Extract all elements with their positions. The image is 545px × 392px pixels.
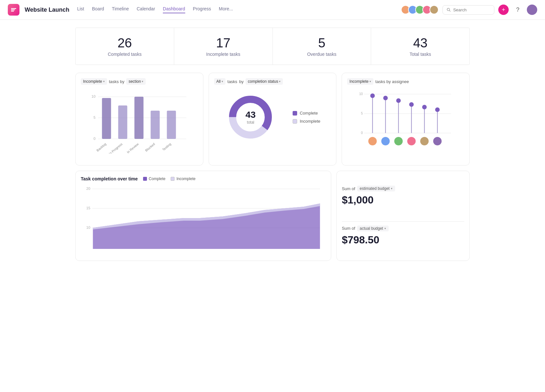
- section-filter-section[interactable]: section ▾: [126, 78, 146, 85]
- stat-completed-label: Completed tasks: [82, 52, 167, 57]
- section-filter-status[interactable]: Incomplete ▾: [81, 78, 107, 85]
- bar-chart-section-svg: 10 5 0: [81, 89, 198, 153]
- budget-estimated-label: Sum of estimated budget ▾: [342, 186, 464, 191]
- svg-rect-13: [134, 97, 143, 139]
- completion-filter-all[interactable]: All ▾: [214, 78, 225, 85]
- chart-by-completion: All ▾ tasks by completion status ▾: [209, 73, 337, 165]
- assignee-filter-status[interactable]: Incomplete ▾: [347, 78, 373, 85]
- chart-by-assignee: Incomplete ▾ tasks by assignee 10 5 0: [342, 73, 470, 165]
- svg-point-32: [383, 96, 388, 100]
- lollipop-svg: 10 5 0: [347, 89, 464, 163]
- stat-incomplete: 17 Incomplete tasks: [174, 28, 273, 65]
- svg-text:0: 0: [361, 131, 363, 135]
- svg-text:10: 10: [86, 226, 90, 229]
- svg-point-34: [396, 98, 401, 103]
- stat-completed-number: 26: [82, 36, 167, 50]
- area-legend-incomplete-dot: [171, 177, 175, 181]
- svg-rect-0: [11, 8, 16, 9]
- svg-rect-14: [151, 111, 160, 139]
- chevron-down-icon: ▾: [103, 80, 105, 83]
- svg-point-46: [433, 137, 442, 145]
- chevron-down-icon-3: ▾: [222, 80, 223, 83]
- chart-tasks-by-section: Incomplete ▾ tasks by section ▾ 10 5 0: [75, 73, 203, 165]
- actual-budget-field[interactable]: actual budget ▾: [357, 226, 389, 231]
- area-legend: Complete Incomplete: [143, 177, 196, 181]
- help-button[interactable]: ?: [513, 5, 523, 15]
- svg-text:15: 15: [86, 206, 90, 210]
- nav-list[interactable]: List: [77, 6, 84, 13]
- nav-timeline[interactable]: Timeline: [112, 6, 129, 13]
- legend-incomplete-dot: [293, 119, 297, 124]
- stat-total: 43 Total tasks: [371, 28, 469, 65]
- svg-point-30: [370, 93, 375, 98]
- stat-overdue-label: Overdue tasks: [279, 52, 365, 57]
- nav-progress[interactable]: Progress: [193, 6, 211, 13]
- svg-point-45: [420, 137, 429, 145]
- nav-dashboard[interactable]: Dashboard: [163, 6, 185, 13]
- svg-rect-15: [167, 111, 176, 139]
- chart-tasks-section-header: Incomplete ▾ tasks by section ▾: [81, 78, 198, 85]
- stat-overdue: 5 Overdue tasks: [273, 28, 371, 65]
- donut-total-label: total: [246, 120, 256, 125]
- svg-point-44: [407, 137, 416, 145]
- donut-legend: Complete Incomplete: [293, 111, 321, 124]
- search-icon: [447, 7, 451, 12]
- area-chart-header: Task completion over time Complete Incom…: [81, 176, 326, 181]
- nav-more[interactable]: More...: [219, 6, 233, 13]
- svg-text:10: 10: [359, 92, 363, 96]
- chevron-down-icon-2: ▾: [142, 80, 143, 83]
- svg-point-42: [382, 137, 390, 145]
- svg-text:Backlog: Backlog: [96, 142, 107, 152]
- chevron-down-icon-5: ▾: [369, 80, 371, 83]
- lollipop-chart: 10 5 0: [347, 89, 464, 160]
- chart-completion-over-time: Task completion over time Complete Incom…: [75, 171, 331, 261]
- app-icon: [8, 4, 19, 16]
- svg-point-41: [369, 137, 377, 145]
- budget-actual-amount: $798.50: [342, 234, 464, 246]
- stat-completed: 26 Completed tasks: [76, 28, 174, 65]
- svg-text:20: 20: [86, 187, 90, 190]
- nav: List Board Timeline Calendar Dashboard P…: [77, 6, 233, 13]
- stats-row: 26 Completed tasks 17 Incomplete tasks 5…: [75, 28, 470, 65]
- svg-point-43: [394, 137, 403, 145]
- svg-text:0: 0: [93, 137, 95, 141]
- legend-complete-dot: [293, 111, 297, 116]
- main-content: 26 Completed tasks 17 Incomplete tasks 5…: [65, 20, 480, 269]
- svg-line-4: [449, 10, 450, 11]
- stat-incomplete-label: Incomplete tasks: [181, 52, 266, 57]
- donut-total-number: 43: [246, 110, 256, 120]
- budget-estimated-amount: $1,000: [342, 194, 464, 206]
- estimated-budget-field[interactable]: estimated budget ▾: [357, 186, 395, 191]
- completion-filter-status[interactable]: completion status ▾: [246, 78, 283, 85]
- svg-text:In Review: In Review: [126, 142, 139, 153]
- donut-center: 43 total: [246, 110, 256, 125]
- nav-calendar[interactable]: Calendar: [137, 6, 155, 13]
- add-button[interactable]: +: [498, 5, 509, 15]
- search-box[interactable]: [442, 5, 494, 15]
- donut-chart-container: 43 total Complete Incomplete: [214, 89, 331, 146]
- legend-incomplete: Incomplete: [293, 119, 321, 124]
- svg-text:Testing: Testing: [162, 142, 172, 152]
- svg-point-38: [422, 105, 427, 109]
- bottom-row: Task completion over time Complete Incom…: [75, 171, 470, 261]
- search-input[interactable]: [453, 7, 490, 12]
- svg-rect-1: [11, 9, 15, 10]
- chart-budget: Sum of estimated budget ▾ $1,000 Sum of …: [336, 171, 470, 261]
- area-chart-svg: 20 15 10: [81, 184, 326, 255]
- budget-actual: Sum of actual budget ▾ $798.50: [342, 221, 464, 250]
- svg-rect-11: [102, 98, 111, 139]
- user-avatar[interactable]: [527, 5, 537, 15]
- nav-board[interactable]: Board: [92, 6, 104, 13]
- area-chart-title: Task completion over time: [81, 176, 138, 181]
- stat-total-number: 43: [378, 36, 463, 50]
- stat-overdue-number: 5: [279, 36, 365, 50]
- chevron-down-icon-7: ▾: [384, 227, 386, 230]
- svg-text:In Progress: In Progress: [108, 142, 123, 153]
- svg-point-40: [435, 107, 440, 112]
- svg-text:10: 10: [91, 94, 95, 98]
- charts-row: Incomplete ▾ tasks by section ▾ 10 5 0: [75, 73, 470, 165]
- svg-point-36: [409, 102, 414, 107]
- chart-completion-header: All ▾ tasks by completion status ▾: [214, 78, 331, 85]
- svg-rect-12: [118, 105, 127, 139]
- stat-total-label: Total tasks: [378, 52, 463, 57]
